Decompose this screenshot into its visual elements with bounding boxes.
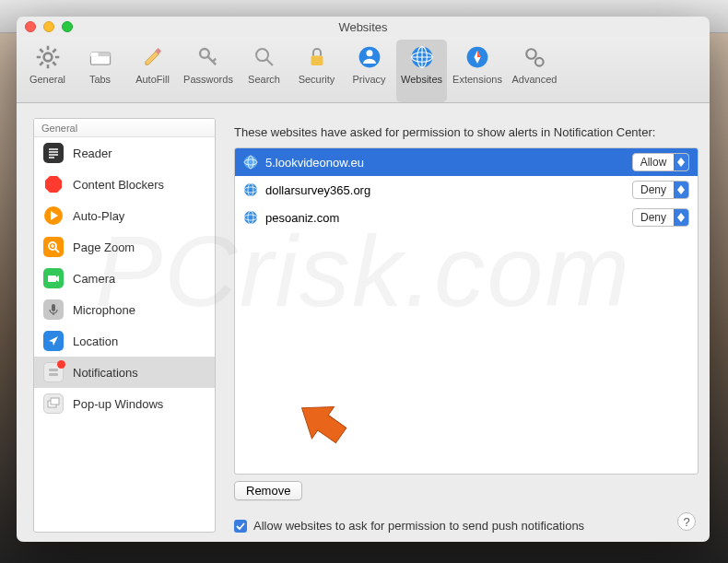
badge-dot-icon	[57, 360, 65, 369]
window-title: Websites	[338, 20, 387, 34]
play-icon	[43, 205, 64, 226]
allow-checkbox-row[interactable]: Allow websites to ask for permission to …	[234, 519, 699, 533]
sidebar-item-location[interactable]: Location	[34, 325, 215, 357]
sidebar-item-camera[interactable]: Camera	[34, 263, 215, 294]
svg-line-40	[55, 249, 59, 252]
tab-passwords[interactable]: Passwords	[180, 40, 237, 102]
camera-icon	[43, 268, 64, 288]
reader-icon	[43, 143, 64, 163]
svg-line-7	[40, 62, 43, 65]
svg-rect-43	[48, 276, 56, 282]
permission-select[interactable]: Allow	[632, 153, 689, 171]
site-row[interactable]: pesoaniz.com Deny	[235, 204, 698, 231]
site-name: dollarsurvey365.org	[265, 183, 625, 197]
permission-select[interactable]: Deny	[632, 181, 689, 199]
sidebar-item-label: Microphone	[73, 303, 135, 317]
mic-icon	[43, 299, 64, 320]
globe-icon	[243, 210, 258, 225]
stepper-arrows-icon	[674, 154, 688, 170]
popup-icon	[43, 393, 64, 414]
checkbox-label: Allow websites to ask for permission to …	[253, 519, 584, 533]
sidebar-item-label: Content Blockers	[73, 178, 164, 192]
svg-point-62	[244, 211, 257, 224]
permission-select[interactable]: Deny	[632, 208, 689, 227]
svg-point-30	[526, 49, 536, 59]
instruction-text: These websites have asked for permission…	[234, 125, 699, 139]
tab-label: Tabs	[89, 74, 111, 85]
tab-label: AutoFill	[135, 74, 170, 85]
close-button[interactable]	[25, 21, 36, 32]
sidebar-item-microphone[interactable]: Microphone	[34, 294, 215, 325]
svg-rect-19	[311, 55, 323, 65]
svg-rect-51	[51, 398, 59, 405]
tab-label: Security	[299, 74, 335, 85]
svg-line-8	[53, 49, 56, 53]
sidebar-item-content-blockers[interactable]: Content Blockers	[34, 169, 215, 200]
tab-advanced[interactable]: Advanced	[508, 40, 561, 102]
checkbox-checked-icon[interactable]	[234, 520, 247, 533]
sidebar-item-label: Auto-Play	[73, 209, 124, 223]
tab-label: Search	[248, 74, 280, 85]
sidebar-item-label: Location	[73, 334, 118, 348]
tab-privacy[interactable]: Privacy	[344, 40, 394, 102]
svg-marker-56	[677, 162, 685, 167]
svg-point-31	[535, 58, 544, 66]
svg-point-21	[366, 50, 372, 56]
svg-marker-61	[677, 190, 685, 194]
minimize-button[interactable]	[43, 21, 54, 32]
sidebar-item-reader[interactable]: Reader	[34, 137, 215, 169]
site-name: 5.lookvideonow.eu	[265, 156, 625, 170]
tab-extensions[interactable]: Extensions	[449, 40, 506, 102]
svg-rect-48	[49, 369, 58, 371]
svg-point-20	[358, 47, 380, 68]
sidebar-item-notifications[interactable]: Notifications	[34, 357, 215, 388]
pencil-icon	[139, 43, 167, 71]
permission-value: Deny	[633, 211, 674, 224]
tab-search[interactable]: Search	[239, 40, 289, 102]
svg-rect-49	[49, 373, 58, 376]
globe-icon	[243, 182, 258, 197]
tab-autofill[interactable]: AutoFill	[127, 40, 178, 102]
svg-line-18	[266, 59, 273, 65]
sidebar-header: General	[34, 119, 215, 137]
svg-line-5	[40, 49, 43, 53]
lock-icon	[303, 43, 331, 71]
zoom-icon	[43, 237, 64, 257]
svg-rect-45	[52, 304, 55, 311]
globe-icon	[243, 155, 258, 170]
remove-button[interactable]: Remove	[234, 481, 302, 500]
svg-rect-11	[90, 53, 98, 56]
svg-point-17	[256, 49, 268, 61]
svg-point-0	[43, 53, 52, 62]
tab-label: Passwords	[183, 74, 233, 85]
svg-point-52	[244, 156, 257, 169]
sidebar-item-page-zoom[interactable]: Page Zoom	[34, 231, 215, 263]
site-row[interactable]: 5.lookvideonow.eu Allow	[235, 148, 698, 176]
tab-websites[interactable]: Websites	[396, 40, 447, 102]
permission-value: Deny	[633, 183, 674, 196]
globe-icon	[408, 43, 436, 71]
help-button[interactable]: ?	[677, 512, 696, 531]
site-name: pesoaniz.com	[265, 211, 625, 225]
main-panel: These websites have asked for permission…	[234, 118, 699, 533]
stepper-arrows-icon	[674, 182, 688, 198]
permission-value: Allow	[633, 156, 674, 169]
traffic-lights	[25, 21, 73, 32]
site-row[interactable]: dollarsurvey365.org Deny	[235, 176, 698, 204]
tab-security[interactable]: Security	[291, 40, 342, 102]
tab-general[interactable]: General	[22, 40, 73, 102]
svg-marker-44	[56, 276, 59, 282]
zoom-button[interactable]	[62, 21, 73, 32]
sidebar-item-popup[interactable]: Pop-up Windows	[34, 388, 215, 419]
svg-marker-36	[45, 176, 62, 193]
sidebar-item-label: Notifications	[73, 366, 138, 380]
search-icon	[251, 43, 278, 71]
privacy-icon	[356, 43, 383, 71]
location-icon	[43, 331, 64, 351]
tab-label: General	[29, 74, 65, 85]
sidebar-item-label: Reader	[73, 147, 112, 160]
svg-marker-66	[677, 217, 685, 222]
sidebar-item-auto-play[interactable]: Auto-Play	[34, 200, 215, 231]
tab-tabs[interactable]: Tabs	[75, 40, 125, 102]
tab-label: Extensions	[452, 74, 502, 85]
